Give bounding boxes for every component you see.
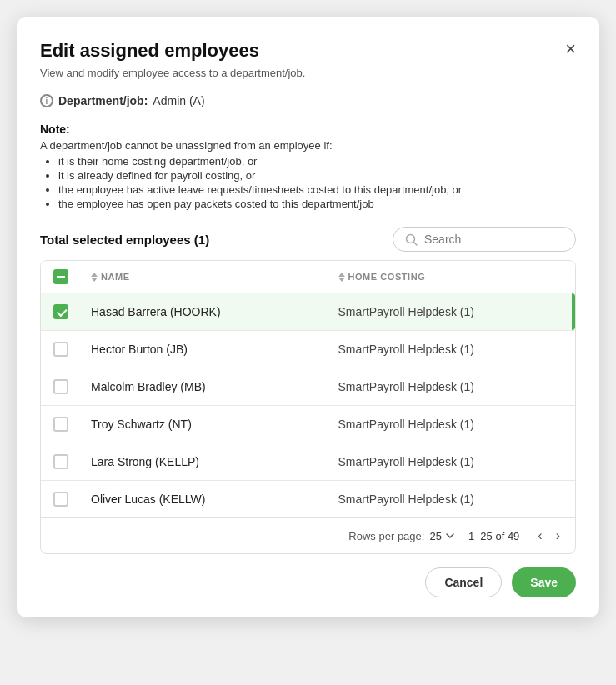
row-checkbox-cell[interactable] [41, 368, 81, 405]
dept-value: Admin (A) [153, 94, 204, 108]
edit-employees-modal: Edit assigned employees × View and modif… [17, 17, 599, 618]
table-row: Hasad Barrera (HOORK)SmartPayroll Helpde… [41, 293, 575, 331]
next-page-button[interactable]: › [551, 527, 565, 545]
row-checkbox[interactable] [53, 342, 68, 357]
save-button[interactable]: Save [512, 568, 576, 598]
col-header-name[interactable]: NAME [81, 261, 328, 292]
note-section: Note: A department/job cannot be unassig… [40, 122, 576, 210]
row-checkbox[interactable] [53, 492, 68, 507]
page-nav: ‹ › [533, 527, 565, 545]
table-header-row: Total selected employees (1) [40, 227, 576, 252]
sort-name-icon [91, 272, 98, 282]
row-name: Troy Schwartz (NT) [81, 406, 328, 442]
dept-label: Department/job: [58, 94, 148, 108]
row-name: Lara Strong (KELLP) [81, 443, 328, 480]
note-item: the employee has active leave requests/t… [58, 183, 576, 196]
prev-page-button[interactable]: ‹ [533, 527, 547, 545]
row-checkbox[interactable] [53, 379, 68, 394]
cancel-button[interactable]: Cancel [425, 568, 502, 598]
search-icon [405, 233, 418, 246]
row-home-costing: SmartPayroll Helpdesk (1) [328, 443, 576, 480]
col-header-homecosting[interactable]: HOME COSTING [328, 261, 576, 292]
table-body: Hasad Barrera (HOORK)SmartPayroll Helpde… [41, 293, 575, 518]
row-name: Hector Burton (JB) [81, 331, 328, 368]
row-name: Malcolm Bradley (MB) [81, 368, 328, 405]
rows-per-page-value: 25 [429, 530, 441, 542]
data-table: NAME HOME COSTING Hasad Barrera (HOORK)S… [40, 260, 576, 554]
table-row: Lara Strong (KELLP)SmartPayroll Helpdesk… [41, 443, 575, 481]
row-checkbox-cell[interactable] [41, 481, 81, 518]
note-item: it is already defined for payroll costin… [58, 169, 576, 182]
row-home-costing: SmartPayroll Helpdesk (1) [328, 481, 576, 518]
row-name: Hasad Barrera (HOORK) [81, 293, 328, 330]
search-input[interactable] [424, 232, 563, 246]
row-checkbox-cell[interactable] [41, 443, 81, 480]
row-home-costing: SmartPayroll Helpdesk (1) [328, 293, 576, 330]
selected-bar [572, 293, 575, 330]
row-home-costing: SmartPayroll Helpdesk (1) [328, 368, 576, 405]
row-name: Oliver Lucas (KELLW) [81, 481, 328, 518]
select-all-checkbox[interactable] [53, 269, 68, 284]
row-home-costing: SmartPayroll Helpdesk (1) [328, 406, 576, 442]
sort-homecosting-icon [338, 272, 345, 282]
table-row: Troy Schwartz (NT)SmartPayroll Helpdesk … [41, 406, 575, 443]
row-checkbox[interactable] [53, 454, 68, 469]
chevron-down-icon [445, 531, 455, 541]
row-checkbox-cell[interactable] [41, 406, 81, 442]
select-all-header[interactable] [41, 261, 81, 292]
modal-title: Edit assigned employees [40, 40, 259, 62]
note-description: A department/job cannot be unassigned fr… [40, 139, 576, 152]
info-icon: i [40, 94, 53, 108]
note-item: it is their home costing department/job,… [58, 155, 576, 168]
modal-header: Edit assigned employees × [40, 40, 576, 62]
table-row: Hector Burton (JB)SmartPayroll Helpdesk … [41, 331, 575, 368]
row-home-costing: SmartPayroll Helpdesk (1) [328, 331, 576, 368]
row-checkbox-cell[interactable] [41, 331, 81, 368]
note-item: the employee has open pay packets costed… [58, 198, 576, 210]
modal-subtitle: View and modify employee access to a dep… [40, 67, 576, 79]
note-list: it is their home costing department/job,… [40, 155, 576, 210]
rows-per-page: Rows per page: 25 [348, 530, 455, 542]
rows-per-page-select[interactable]: 25 [429, 530, 454, 542]
pagination-row: Rows per page: 25 1–25 of 49 ‹ › [41, 518, 575, 553]
col-name-label: NAME [101, 272, 130, 282]
table-row: Malcolm Bradley (MB)SmartPayroll Helpdes… [41, 368, 575, 406]
row-checkbox[interactable] [53, 304, 68, 319]
dept-info: i Department/job: Admin (A) [40, 94, 576, 108]
footer-actions: Cancel Save [40, 568, 576, 598]
page-info: 1–25 of 49 [468, 530, 519, 542]
table-row: Oliver Lucas (KELLW)SmartPayroll Helpdes… [41, 481, 575, 518]
table-head: NAME HOME COSTING [41, 261, 575, 293]
note-title: Note: [40, 122, 576, 136]
search-box[interactable] [393, 227, 576, 252]
total-selected: Total selected employees (1) [40, 232, 209, 247]
col-homecosting-label: HOME COSTING [348, 272, 426, 282]
rows-per-page-label: Rows per page: [348, 530, 424, 542]
row-checkbox-cell[interactable] [41, 293, 81, 330]
close-button[interactable]: × [565, 40, 576, 58]
row-checkbox[interactable] [53, 417, 68, 432]
svg-line-1 [414, 242, 418, 245]
